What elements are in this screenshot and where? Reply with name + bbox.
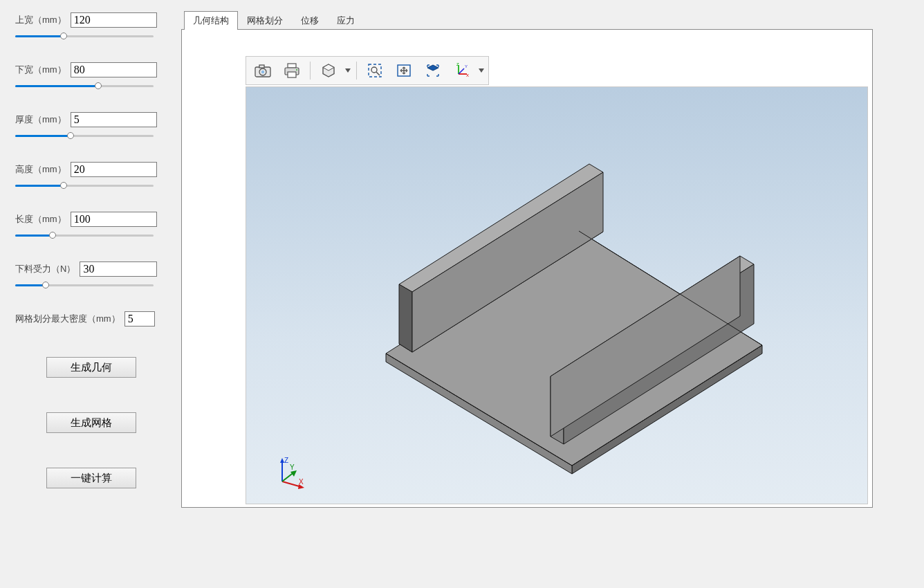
height-slider[interactable] bbox=[15, 181, 154, 191]
param-label: 下料受力（N） bbox=[15, 263, 75, 275]
zoom-selection-icon bbox=[367, 63, 382, 78]
force-input[interactable] bbox=[80, 261, 157, 277]
length-slider[interactable] bbox=[15, 231, 154, 241]
upper-width-input[interactable] bbox=[71, 12, 157, 28]
calculate-button[interactable]: 一键计算 bbox=[46, 468, 136, 488]
toolbar-separator bbox=[310, 62, 311, 80]
param-label: 网格划分最大密度（mm） bbox=[15, 313, 120, 325]
param-label: 上宽（mm） bbox=[15, 14, 66, 26]
svg-text:Y: Y bbox=[290, 463, 295, 471]
view-triad: Z X Y bbox=[274, 457, 307, 490]
svg-point-7 bbox=[296, 69, 297, 71]
param-row-height: 高度（mm） bbox=[15, 162, 157, 177]
param-label: 厚度（mm） bbox=[15, 113, 66, 126]
param-row-force: 下料受力（N） bbox=[15, 261, 157, 277]
isometric-view-icon bbox=[425, 63, 441, 78]
param-row-upper-width: 上宽（mm） bbox=[15, 12, 157, 28]
render-mode-dropdown[interactable] bbox=[344, 59, 352, 82]
param-row-thickness: 厚度（mm） bbox=[15, 112, 157, 127]
svg-text:X: X bbox=[466, 73, 469, 77]
thickness-slider[interactable] bbox=[15, 131, 154, 141]
toolbar-separator bbox=[356, 62, 357, 80]
svg-text:X: X bbox=[299, 478, 304, 486]
viewport-toolbar: Z Y X bbox=[246, 56, 489, 85]
svg-marker-10 bbox=[345, 68, 351, 73]
axis-view-button[interactable]: Z Y X bbox=[448, 59, 476, 82]
thickness-input[interactable] bbox=[71, 112, 157, 127]
param-row-mesh-density: 网格划分最大密度（mm） bbox=[15, 311, 157, 327]
height-input[interactable] bbox=[71, 162, 157, 177]
svg-point-12 bbox=[371, 67, 377, 73]
view-tabs: 几何结构 网格划分 位移 应力 bbox=[181, 11, 873, 29]
zoom-fit-icon bbox=[396, 63, 412, 78]
snapshot-icon bbox=[255, 64, 271, 77]
snapshot-button[interactable] bbox=[249, 59, 277, 82]
viewport-frame: Z Y X bbox=[181, 29, 873, 508]
svg-line-18 bbox=[459, 68, 464, 74]
mesh-density-input[interactable] bbox=[124, 311, 155, 327]
geometry-render bbox=[246, 87, 868, 504]
force-slider[interactable] bbox=[15, 281, 154, 291]
zoom-fit-button[interactable] bbox=[390, 59, 418, 82]
svg-rect-6 bbox=[288, 72, 296, 77]
axis-triad-icon: Z Y X bbox=[454, 63, 470, 78]
tab-mesh[interactable]: 网格划分 bbox=[238, 11, 292, 30]
render-mode-icon bbox=[321, 63, 336, 78]
isometric-view-button[interactable] bbox=[419, 59, 447, 82]
svg-marker-15 bbox=[427, 65, 438, 71]
upper-width-slider[interactable] bbox=[15, 32, 154, 42]
tab-geometry[interactable]: 几何结构 bbox=[184, 11, 238, 30]
svg-line-13 bbox=[376, 72, 380, 75]
axis-view-dropdown[interactable] bbox=[477, 59, 486, 82]
print-button[interactable] bbox=[278, 59, 306, 82]
parameter-sidebar: 上宽（mm） 下宽（mm） 厚度（mm） 高度（mm） bbox=[0, 0, 169, 588]
param-label: 下宽（mm） bbox=[15, 64, 66, 76]
render-mode-button[interactable] bbox=[315, 59, 342, 82]
main-panel: 几何结构 网格划分 位移 应力 bbox=[181, 11, 873, 509]
param-label: 长度（mm） bbox=[15, 213, 66, 226]
tab-displacement[interactable]: 位移 bbox=[292, 11, 328, 30]
zoom-selection-button[interactable] bbox=[361, 59, 389, 82]
svg-text:Z: Z bbox=[284, 457, 288, 464]
svg-marker-28 bbox=[399, 284, 412, 352]
svg-marker-22 bbox=[479, 68, 484, 73]
svg-point-3 bbox=[261, 71, 264, 73]
svg-text:Z: Z bbox=[456, 63, 459, 66]
tab-stress[interactable]: 应力 bbox=[328, 11, 364, 30]
generate-mesh-button[interactable]: 生成网格 bbox=[46, 412, 136, 433]
svg-rect-1 bbox=[259, 65, 264, 68]
lower-width-input[interactable] bbox=[71, 62, 157, 77]
param-row-lower-width: 下宽（mm） bbox=[15, 62, 157, 77]
param-label: 高度（mm） bbox=[15, 163, 66, 176]
chevron-down-icon bbox=[479, 68, 484, 73]
chevron-down-icon bbox=[345, 68, 351, 73]
svg-rect-4 bbox=[288, 64, 296, 68]
lower-width-slider[interactable] bbox=[15, 82, 154, 91]
svg-text:Y: Y bbox=[465, 64, 468, 68]
param-row-length: 长度（mm） bbox=[15, 212, 157, 227]
generate-geometry-button[interactable]: 生成几何 bbox=[46, 357, 136, 378]
geometry-viewport[interactable]: Z X Y bbox=[246, 86, 868, 504]
print-icon bbox=[284, 63, 300, 78]
length-input[interactable] bbox=[71, 212, 157, 227]
